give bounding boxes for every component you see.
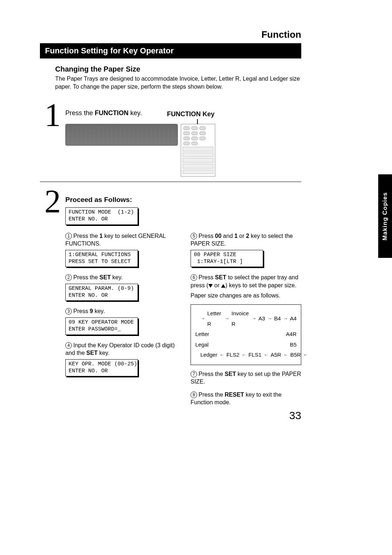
text: or [238, 233, 246, 239]
circled-number: 3 [65, 308, 72, 315]
size-label: Letter R [207, 308, 222, 329]
label-rest: Key [201, 110, 215, 118]
left-column: 1Press the 1 key to select GENERAL FUNCT… [65, 232, 176, 412]
size-label: FLS1 [249, 350, 262, 360]
chapter-tab: Making Copies [378, 174, 392, 258]
circled-number: 5 [191, 233, 197, 239]
key-name: FUNCTION [95, 109, 128, 117]
text: Press [73, 308, 90, 314]
key-name: 9 [90, 308, 93, 314]
substeps-columns: 1Press the 1 key to select GENERAL FUNCT… [65, 232, 301, 412]
text: key. [111, 274, 123, 280]
lcd-display: GENERAL PARAM. (0-9) ENTER NO. OR [65, 284, 138, 301]
text: Press [199, 274, 215, 280]
substep: 8Press the RESET key to exit the Functio… [191, 391, 301, 406]
size-label: B5R [290, 350, 301, 360]
key-name: RESET [225, 392, 244, 398]
key-name: 1 [234, 233, 238, 239]
manual-page: Function Function Setting for Key Operat… [0, 0, 341, 436]
text: Press the [73, 233, 99, 239]
circled-number: 7 [191, 371, 197, 377]
lcd-display: 1:GENERAL FUNCTIONS PRESS SET TO SELECT [65, 250, 138, 267]
lcd-display: 09 KEY OPERATOR MODE ENTER PASSWORD=_ [65, 317, 138, 335]
size-label: B4 [274, 313, 281, 324]
circled-number: 4 [65, 342, 72, 349]
circled-number: 8 [191, 392, 197, 398]
key-name: 00 [215, 233, 221, 239]
size-label: FLS2 [226, 350, 240, 360]
key-name: SET [99, 274, 111, 280]
key-name: 1 [99, 233, 103, 239]
key-name: SET [86, 350, 98, 356]
lcd-display: 00 PAPER SIZE 1:TRAY-1[LTR ] [191, 250, 263, 267]
panel-main [65, 124, 178, 146]
up-arrow-icon [221, 284, 225, 288]
text: Paper size changes are as follows. [191, 292, 301, 300]
control-panel-illustration [65, 124, 301, 177]
substep: 4Input the Key Operator ID code (3 digit… [65, 341, 176, 377]
substep: 1Press the 1 key to select GENERAL FUNCT… [65, 232, 176, 267]
size-label: Invoice R [232, 308, 249, 329]
substep: 2Press the SET key. GENERAL PARAM. (0-9)… [65, 274, 176, 301]
text: Press [199, 233, 215, 239]
text: Press the [73, 274, 99, 280]
text: ) keys to set the paper size. [225, 282, 297, 288]
arrow-icon: → [200, 314, 205, 323]
text: Press the [199, 371, 225, 377]
key-name: 2 [246, 233, 249, 239]
step-1: 1 Press the FUNCTION key. FUNCTION Key [40, 102, 301, 177]
substep: 5Press 00 and 1 or 2 key to select the P… [191, 232, 301, 267]
size-label: A5R [270, 350, 281, 360]
chapter-tab-label: Making Copies [381, 192, 389, 240]
right-column: 5Press 00 and 1 or 2 key to select the P… [191, 232, 301, 412]
text: Press the [65, 109, 95, 117]
step-number: 2 [40, 189, 65, 215]
lcd-display: KEY OPR. MODE (00-25) ENTER NO. OR [65, 359, 138, 377]
step-2-title: Proceed as Follows: [65, 196, 301, 204]
size-label: Ledger [200, 350, 217, 360]
substep: 3Press 9 key. 09 KEY OPERATOR MODE ENTER… [65, 307, 176, 335]
circled-number: 2 [65, 274, 72, 281]
text: key. [128, 109, 142, 117]
text: key. [98, 350, 110, 356]
substep: 7Press the SET key to set up the PAPER S… [191, 370, 301, 386]
size-label: A3 [258, 313, 265, 324]
key-name: SET [225, 371, 236, 377]
size-label: B5 [290, 340, 297, 350]
page-number: 33 [289, 409, 301, 422]
step-number: 1 [40, 102, 65, 128]
substep: 6Press SET to select the paper tray and … [191, 274, 301, 299]
text: Press the [199, 392, 225, 398]
text: Input the Key Operator ID code (3 digit)… [65, 342, 175, 356]
text: and [221, 233, 234, 239]
circled-number: 6 [191, 274, 197, 281]
down-arrow-icon [208, 284, 213, 288]
text: or [213, 282, 221, 288]
size-label: Letter [195, 329, 209, 340]
lcd-display: FUNCTION MODE (1-2) ENTER NO. OR [65, 207, 138, 225]
paper-size-cycle-diagram: → Letter R→ Invoice R→ A3→ B4→ A4 Letter… [191, 304, 301, 365]
text: key. [93, 308, 105, 314]
size-label: A4R [286, 329, 297, 340]
key-name: SET [215, 274, 226, 280]
size-label: A4 [290, 313, 297, 324]
function-key-callout: FUNCTION Key [167, 110, 392, 118]
section-heading: Function [40, 29, 301, 40]
size-label: Legal [195, 340, 209, 350]
subsection-title: Changing the Paper Size [55, 65, 301, 73]
circled-number: 1 [65, 233, 72, 239]
intro-paragraph: The Paper Trays are designed to accommod… [55, 75, 301, 90]
step-2: 2 Proceed as Follows: FUNCTION MODE (1-2… [40, 189, 301, 412]
panel-keypad-callout [181, 124, 215, 177]
label-bold: FUNCTION [167, 110, 201, 118]
page-title-bar: Function Setting for Key Operator [40, 43, 301, 58]
divider [40, 182, 301, 182]
